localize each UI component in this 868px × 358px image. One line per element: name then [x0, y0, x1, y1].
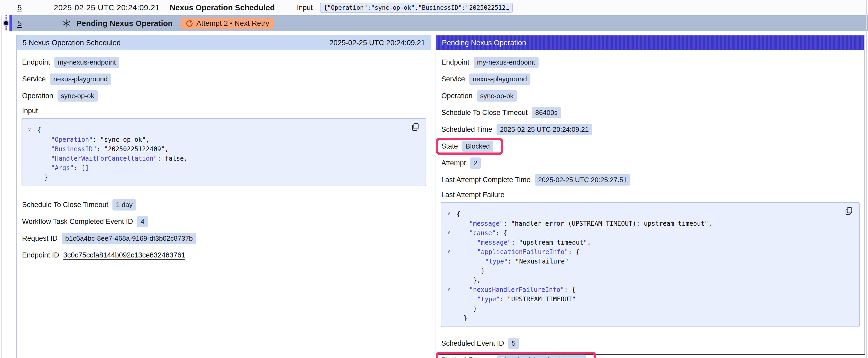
- json-text: {: [457, 210, 460, 218]
- retry-badge-label: Attempt 2 • Next Retry: [196, 19, 269, 28]
- field-label: Scheduled Time: [441, 126, 492, 134]
- field-value-chip: my-nexus-endpoint: [474, 57, 538, 68]
- field-row-service: Servicenexus-playground: [22, 71, 431, 88]
- field-value-chip: 5: [508, 338, 519, 349]
- field-row-workflow-task-completed-event-id: Workflow Task Completed Event ID4: [22, 213, 431, 230]
- input-preview-chip: {"Operation":"sync-op-ok","BusinessID":"…: [320, 3, 513, 12]
- panel-title: Pending Nexus Operation: [442, 39, 526, 47]
- copy-icon[interactable]: [411, 123, 420, 132]
- json-line: "type": "UPSTREAM_TIMEOUT": [457, 294, 854, 304]
- failure-section-label: Last Attempt Failure: [436, 188, 864, 201]
- field-row-operation: Operationsync-op-ok: [441, 88, 864, 104]
- field-value-chip: nexus-playground: [50, 73, 111, 85]
- highlight-annotation-box: Blocked ReasonThe circuit breaker is ope…: [436, 352, 596, 358]
- json-line: "message": "handler error (UPSTREAM_TIME…: [457, 219, 854, 228]
- json-key: "BusinessID": [51, 145, 96, 153]
- event-title: Pending Nexus Operation: [76, 19, 173, 28]
- input-label: Input: [297, 4, 313, 12]
- field-label: Schedule To Close Timeout: [22, 201, 108, 209]
- scheduled-panel-header: 5 Nexus Operation Scheduled 2025-02-25 U…: [17, 35, 431, 50]
- json-text: : "handler error (UPSTREAM_TIMEOUT): ups…: [503, 220, 712, 227]
- field-row-state: StateBlocked: [441, 138, 864, 155]
- pending-panel-header: Pending Nexus Operation: [436, 35, 864, 50]
- field-label: Workflow Task Completed Event ID: [22, 218, 133, 226]
- event-title: Nexus Operation Scheduled: [170, 3, 275, 12]
- json-key: "type": [477, 296, 500, 303]
- field-value-chip: sync-op-ok: [58, 90, 98, 102]
- field-label: Service: [22, 75, 46, 83]
- field-value-chip: b1c6a4bc-8ee7-468a-9169-df3b02c8737b: [62, 233, 196, 244]
- json-key: "nexusHandlerFailureInfo": [469, 286, 564, 293]
- field-label: Endpoint: [22, 58, 50, 66]
- field-label: Scheduled Event ID: [441, 339, 504, 348]
- field-label: Operation: [441, 92, 473, 100]
- failure-json-viewer: ∨{"message": "handler error (UPSTREAM_TI…: [441, 202, 860, 327]
- field-row-last-attempt-complete-time: Last Attempt Complete Time2025-02-25 UTC…: [441, 171, 864, 188]
- json-text: }: [463, 315, 467, 322]
- event-row-scheduled[interactable]: 5 2025-02-25 UTC 20:24:09.21 Nexus Opera…: [0, 0, 868, 15]
- copy-icon[interactable]: [844, 207, 853, 216]
- field-row-endpoint: Endpointmy-nexus-endpoint: [441, 54, 864, 71]
- field-row-attempt: Attempt2: [441, 155, 864, 171]
- field-row-schedule-to-close-timeout: Schedule To Close Timeout86400s: [441, 104, 864, 121]
- json-line: "BusinessID": "20250225122409",: [37, 144, 420, 154]
- field-row-request-id: Request IDb1c6a4bc-8ee7-468a-9169-df3b02…: [22, 230, 431, 247]
- timeline-node-current-icon: [4, 21, 8, 25]
- field-value-chip: my-nexus-endpoint: [54, 57, 119, 68]
- field-label: Endpoint ID: [22, 251, 59, 259]
- json-line: ∨"nexusHandlerFailureInfo": {: [457, 285, 854, 294]
- json-key: "Operation": [51, 136, 93, 143]
- json-key: "HandlerWaitForCancellation": [51, 155, 157, 162]
- json-text: : {: [496, 229, 507, 237]
- json-line: "message": "upstream timeout",: [457, 238, 854, 247]
- json-text: : []: [74, 164, 89, 172]
- pending-operation-panel: Pending Nexus Operation Endpointmy-nexus…: [436, 35, 865, 355]
- field-value-chip: The circuit breaker is open.: [497, 355, 587, 358]
- json-text: }: [481, 267, 485, 274]
- scheduled-event-panel: 5 Nexus Operation Scheduled 2025-02-25 U…: [16, 35, 431, 358]
- field-value-chip: 2025-02-25 UTC 20:24:09.21: [497, 124, 592, 135]
- json-text: }: [473, 305, 477, 312]
- json-text: : "sync-op-ok",: [93, 136, 150, 143]
- json-line: ∨"cause": {: [457, 228, 854, 238]
- json-line: "Args": []: [37, 163, 420, 173]
- json-text: {: [37, 127, 41, 134]
- collapse-chevron-icon[interactable]: ∨: [28, 127, 31, 132]
- json-text: }: [44, 174, 48, 181]
- pending-asterisk-icon: [62, 19, 71, 28]
- json-line: "HandlerWaitForCancellation": false,: [37, 154, 420, 163]
- field-label: Schedule To Close Timeout: [441, 109, 528, 117]
- json-key: "Args": [51, 164, 74, 172]
- retry-status-badge: Attempt 2 • Next Retry: [181, 18, 274, 29]
- field-label: Attempt: [441, 159, 466, 167]
- json-text: : "upstream timeout",: [511, 239, 591, 246]
- field-label: Last Attempt Complete Time: [441, 176, 530, 184]
- json-line: ∨"applicationFailureInfo": {: [457, 247, 854, 257]
- event-id-link[interactable]: 5: [17, 19, 22, 28]
- collapse-chevron-icon[interactable]: ∨: [447, 211, 450, 216]
- json-line: }: [457, 314, 854, 323]
- field-row-operation: Operationsync-op-ok: [22, 88, 431, 104]
- collapse-chevron-icon[interactable]: ∨: [447, 230, 450, 235]
- event-row-pending[interactable]: 5 Pending Nexus Operation Attempt 2 • Ne…: [12, 15, 868, 31]
- field-value-chip: nexus-playground: [469, 73, 530, 85]
- event-timestamp: 2025-02-25 UTC 20:24:09.21: [54, 3, 160, 12]
- field-label: Request ID: [22, 234, 58, 242]
- field-row-endpoint-id: Endpoint ID3c0c75ccfa8144b092c13ce632463…: [22, 247, 431, 263]
- field-value-chip: 1 day: [113, 199, 136, 210]
- retry-icon: [185, 20, 193, 27]
- event-history-view: 5 2025-02-25 UTC 20:24:09.21 Nexus Opera…: [0, 0, 868, 358]
- collapse-chevron-icon[interactable]: ∨: [447, 287, 450, 291]
- field-row-scheduled-time: Scheduled Time2025-02-25 UTC 20:24:09.21: [441, 121, 864, 138]
- json-line: }: [457, 304, 854, 314]
- collapse-chevron-icon[interactable]: ∨: [447, 249, 450, 254]
- field-value-link[interactable]: 3c0c75ccfa8144b092c13ce632463761: [63, 251, 185, 259]
- field-value-chip: 86400s: [532, 107, 561, 118]
- json-line: "Operation": "sync-op-ok",: [37, 135, 420, 144]
- json-text: : "NexusFailure": [508, 258, 568, 265]
- highlight-annotation-box: StateBlocked: [436, 138, 503, 155]
- field-value-chip: 2: [470, 158, 480, 169]
- event-id-link[interactable]: 5: [17, 3, 22, 12]
- json-text: },: [473, 276, 481, 284]
- field-label: State: [441, 142, 458, 151]
